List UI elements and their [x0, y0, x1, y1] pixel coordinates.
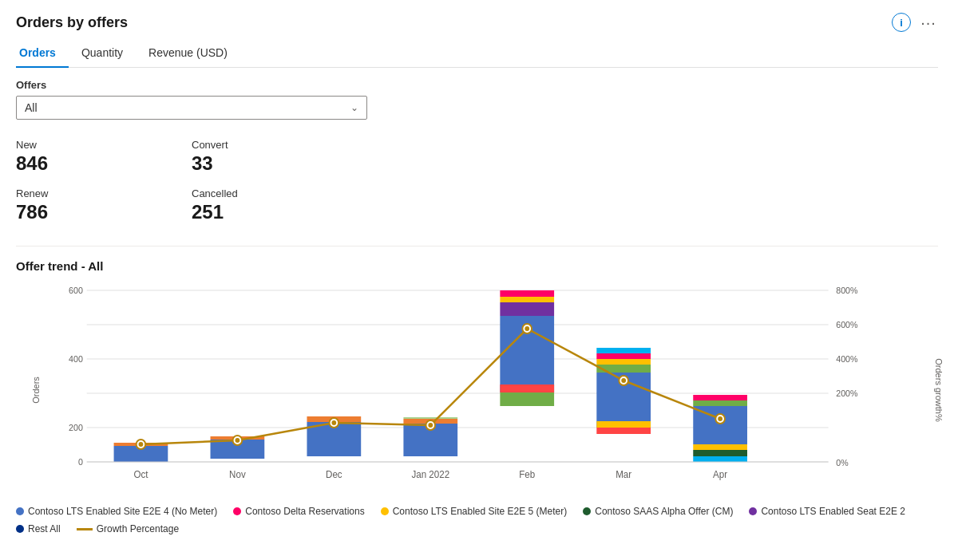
chart-legend: Contoso LTS Enabled Site E2E 4 (No Meter… — [16, 506, 938, 534]
chart-container: Orders Orders growth% 600 400 200 0 800%… — [16, 282, 938, 498]
svg-rect-41 — [693, 444, 747, 450]
legend-item-1: Contoso Delta Reservations — [233, 506, 364, 517]
chevron-down-icon: ⌄ — [350, 102, 358, 113]
svg-rect-36 — [596, 421, 651, 428]
svg-text:Dec: Dec — [326, 469, 342, 480]
metric-new-label: New — [16, 139, 192, 151]
metric-cancelled-value: 251 — [192, 201, 367, 223]
dropdown-value: All — [25, 101, 38, 114]
legend-dot-5 — [16, 525, 24, 533]
svg-rect-35 — [596, 428, 651, 434]
page-title: Orders by offers — [16, 14, 128, 31]
svg-text:Mar: Mar — [616, 469, 631, 480]
header-actions: i ··· — [892, 13, 938, 32]
svg-rect-23 — [403, 417, 457, 419]
svg-point-53 — [235, 438, 239, 443]
chart-svg: 600 400 200 0 800% 600% 400% 200% 0% — [56, 282, 890, 498]
svg-rect-40 — [693, 450, 747, 456]
svg-text:400: 400 — [69, 354, 83, 364]
svg-point-57 — [428, 423, 433, 428]
svg-rect-39 — [693, 395, 747, 400]
legend-label-2: Contoso LTS Enabled Site E2E 5 (Meter) — [393, 506, 568, 517]
legend-label-5: Rest All — [28, 523, 61, 534]
section-divider — [16, 246, 938, 246]
legend-item-6: Growth Percentage — [77, 523, 179, 534]
svg-point-55 — [331, 420, 336, 425]
chart-title: Offer trend - All — [16, 259, 938, 273]
metric-cancelled-label: Cancelled — [192, 187, 367, 199]
tab-quantity[interactable]: Quantity — [78, 40, 136, 67]
legend-item-5: Rest All — [16, 523, 61, 534]
svg-rect-28 — [500, 392, 554, 406]
metric-convert-value: 33 — [192, 152, 367, 175]
offers-label: Offers — [16, 79, 938, 91]
svg-rect-32 — [596, 359, 651, 365]
metric-renew-label: Renew — [16, 187, 192, 199]
tab-bar: Orders Quantity Revenue (USD) — [16, 40, 938, 68]
legend-label-4: Contoso LTS Enabled Seat E2E 2 — [761, 506, 905, 517]
svg-text:200: 200 — [69, 423, 83, 432]
offers-dropdown[interactable]: All ⌄ — [16, 96, 367, 120]
svg-rect-38 — [693, 400, 747, 406]
legend-dot-3 — [583, 507, 591, 515]
legend-label-0: Contoso LTS Enabled Site E2E 4 (No Meter… — [28, 506, 217, 517]
svg-rect-42 — [693, 456, 747, 462]
legend-label-1: Contoso Delta Reservations — [245, 506, 364, 517]
metric-new-value: 846 — [16, 152, 192, 175]
legend-dot-1 — [233, 507, 241, 515]
svg-text:Jan 2022: Jan 2022 — [411, 469, 449, 480]
svg-text:0%: 0% — [836, 458, 849, 467]
svg-text:600%: 600% — [836, 320, 858, 329]
metric-cancelled: Cancelled 251 — [192, 181, 367, 230]
svg-rect-29 — [500, 385, 554, 392]
legend-dot-4 — [749, 507, 757, 515]
y-axis-right-label: Orders growth% — [933, 358, 943, 421]
legend-item-2: Contoso LTS Enabled Site E2E 5 (Meter) — [381, 506, 568, 517]
legend-item-4: Contoso LTS Enabled Seat E2E 2 — [749, 506, 905, 517]
legend-item-0: Contoso LTS Enabled Site E2E 4 (No Meter… — [16, 506, 217, 517]
svg-point-51 — [139, 442, 144, 447]
svg-text:Oct: Oct — [133, 469, 148, 480]
svg-text:800%: 800% — [836, 286, 858, 295]
legend-label-3: Contoso SAAS Alpha Offer (CM) — [595, 506, 733, 517]
svg-text:200%: 200% — [836, 388, 858, 398]
metric-convert: Convert 33 — [192, 132, 367, 181]
svg-rect-34 — [596, 348, 651, 353]
metric-renew-value: 786 — [16, 201, 192, 223]
svg-point-63 — [718, 416, 722, 421]
svg-rect-26 — [500, 297, 554, 302]
tab-orders[interactable]: Orders — [16, 40, 69, 67]
svg-text:600: 600 — [69, 286, 83, 295]
legend-dot-0 — [16, 507, 24, 515]
svg-rect-27 — [500, 290, 554, 297]
svg-point-59 — [525, 326, 529, 331]
legend-label-6: Growth Percentage — [97, 523, 179, 534]
svg-text:Nov: Nov — [229, 469, 246, 480]
tab-revenue[interactable]: Revenue (USD) — [145, 40, 240, 67]
metrics-grid: New 846 Convert 33 Renew 786 Cancelled 2… — [16, 132, 367, 230]
metric-renew: Renew 786 — [16, 181, 192, 230]
svg-rect-25 — [500, 302, 554, 316]
more-options-icon[interactable]: ··· — [919, 13, 938, 32]
info-icon[interactable]: i — [892, 13, 911, 32]
metric-convert-label: Convert — [192, 139, 367, 151]
metric-new: New 846 — [16, 132, 192, 181]
svg-text:400%: 400% — [836, 354, 858, 364]
legend-dot-2 — [381, 507, 389, 515]
svg-text:0: 0 — [78, 457, 83, 467]
legend-line-6 — [77, 528, 93, 530]
svg-text:Feb: Feb — [519, 469, 535, 480]
y-axis-left-label: Orders — [31, 377, 41, 404]
legend-item-3: Contoso SAAS Alpha Offer (CM) — [583, 506, 733, 517]
svg-point-61 — [621, 378, 626, 383]
svg-rect-33 — [596, 353, 651, 359]
svg-text:Apr: Apr — [713, 469, 727, 480]
